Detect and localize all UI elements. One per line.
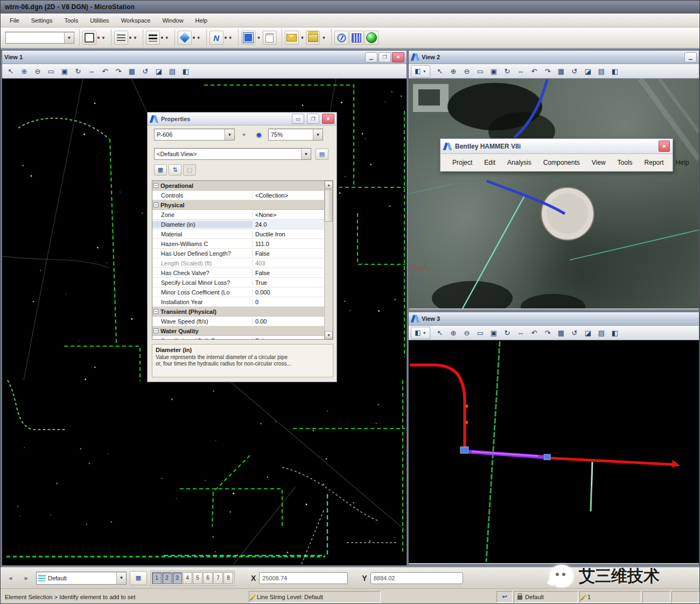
view2-canvas[interactable]: Bentley HAMMER V8i ✕ ProjectEditAnalysis… — [409, 79, 699, 308]
property-value[interactable]: 111.0 — [253, 241, 325, 247]
level-lock-segment[interactable]: Default — [514, 591, 578, 603]
property-value[interactable]: <None> — [253, 212, 325, 218]
property-value[interactable]: 0.00 — [253, 318, 325, 325]
property-row[interactable]: Installation Year0 — [152, 297, 325, 307]
hammer-menu-project[interactable]: Project — [447, 157, 478, 168]
update-view-icon[interactable]: ↺ — [568, 65, 581, 78]
element-id-combo[interactable]: P-606 ▼ — [154, 129, 235, 141]
property-section[interactable]: −Water Quality — [152, 326, 325, 336]
x-coordinate-field[interactable]: 25008.74 — [259, 572, 348, 584]
data-browser-button[interactable] — [349, 31, 363, 45]
window-area-icon[interactable]: ▭ — [474, 65, 487, 78]
view-toggle-5[interactable]: 5 — [193, 572, 202, 584]
property-row[interactable]: Wave Speed (ft/s)0.00 — [152, 317, 325, 326]
view-toggle-1[interactable]: 1 — [152, 572, 162, 584]
chevron-down-icon[interactable]: ▼ — [313, 129, 323, 140]
manage-view-groups-button[interactable]: ▦ — [130, 571, 147, 585]
property-value[interactable]: Ductile Iron — [253, 231, 325, 237]
view-attributes-icon[interactable]: ▤ — [595, 65, 608, 78]
property-value[interactable]: 0.000 — [253, 289, 325, 296]
close-icon[interactable]: ✕ — [659, 141, 670, 152]
edit-form-icon[interactable]: ▤ — [316, 149, 328, 160]
print-button[interactable] — [263, 31, 277, 45]
chevron-down-icon[interactable]: ▼ — [256, 36, 262, 40]
property-value[interactable]: True — [253, 279, 325, 286]
zoom-out-icon[interactable]: ⊖ — [31, 65, 44, 78]
view-toggle-2[interactable]: 2 — [162, 572, 172, 584]
menu-settings[interactable]: Settings — [25, 15, 59, 26]
property-value[interactable]: 0 — [253, 299, 325, 305]
restore-button[interactable]: ❐ — [379, 52, 391, 62]
scroll-down-icon[interactable]: ▼ — [325, 331, 333, 339]
chevron-down-icon[interactable]: ▼ — [116, 572, 126, 584]
hammer-dialog[interactable]: Bentley HAMMER V8i ✕ ProjectEditAnalysis… — [440, 138, 673, 172]
property-row[interactable]: Diameter (in)24.0 — [152, 220, 325, 229]
property-row[interactable]: Minor Loss Coefficient (Lo0.000 — [152, 287, 325, 297]
property-section[interactable]: −Transient (Physical) — [152, 307, 325, 317]
view-toggle-6[interactable]: 6 — [203, 572, 213, 584]
render-mode-icon[interactable]: ◧ — [608, 65, 621, 78]
select-icon[interactable]: ↖ — [433, 327, 446, 339]
app-titlebar[interactable]: wtrn-06.dgn (2D - V8 DGN) - MicroStation — [1, 1, 700, 13]
view3-canvas[interactable] — [409, 340, 699, 563]
history-forward-icon[interactable]: ▸ — [20, 572, 33, 584]
dock-button[interactable]: ❐ — [307, 114, 319, 124]
hammer-menu-edit[interactable]: Edit — [479, 157, 501, 168]
aerial-overlay-canvas[interactable] — [409, 79, 699, 308]
property-row[interactable]: MaterialDuctile Iron — [152, 229, 325, 239]
rotate-view-icon[interactable]: ↻ — [501, 65, 514, 78]
menu-help[interactable]: Help — [190, 15, 214, 26]
property-value[interactable]: <Collection> — [253, 192, 325, 199]
window-area-icon[interactable]: ▭ — [474, 327, 487, 339]
view-previous-icon[interactable]: ↶ — [528, 65, 541, 78]
models-button[interactable] — [178, 31, 192, 45]
rotate-view-icon[interactable]: ↻ — [501, 327, 514, 339]
collapse-icon[interactable]: − — [153, 202, 158, 207]
snap-segment[interactable]: ↩ — [496, 591, 513, 603]
property-value[interactable]: 403 — [253, 260, 325, 266]
view-toggle-7[interactable]: 7 — [213, 572, 223, 584]
chevron-down-icon[interactable]: ▼ — [101, 36, 106, 40]
view-toggle-4[interactable]: 4 — [183, 572, 192, 584]
view-next-icon[interactable]: ↷ — [541, 327, 554, 339]
select-icon[interactable]: ↖ — [433, 65, 446, 78]
property-row[interactable]: Specify Local Minor Loss?True — [152, 278, 325, 287]
properties-dialog[interactable]: Properties ▭ ❐ ✕ P-606 ▼ ⌖ ◉ 75% ▼ — [147, 112, 337, 382]
property-value[interactable]: False — [253, 338, 325, 340]
alphabetic-sort-button[interactable]: ⇅ — [169, 164, 181, 175]
property-row[interactable]: Specify Local Bulk ReactFalse — [152, 336, 325, 340]
zoom-in-icon[interactable]: ⊕ — [447, 65, 460, 78]
property-row[interactable]: Hazen-Williams C111.0 — [152, 239, 325, 249]
minimize-button[interactable]: ▁ — [365, 52, 377, 62]
view-attributes-icon[interactable]: ▤ — [595, 327, 608, 339]
clip-volume-icon[interactable]: ◪ — [582, 65, 594, 78]
info-globe-icon[interactable]: ◉ — [253, 130, 265, 140]
chevron-down-icon[interactable]: ▼ — [132, 36, 138, 40]
render-mode-icon[interactable]: ◧ — [179, 65, 192, 78]
select-icon[interactable]: ↖ — [4, 65, 17, 78]
view-previous-icon[interactable]: ↶ — [528, 327, 541, 339]
chevron-down-icon[interactable]: ▼ — [301, 149, 311, 159]
hammer-menu-help[interactable]: Help — [670, 157, 695, 168]
chevron-down-icon[interactable]: ▼ — [321, 36, 326, 40]
view-attributes-icon[interactable]: ▤ — [166, 65, 179, 78]
property-row[interactable]: Length (Scaled) (ft)403 — [152, 258, 325, 268]
zoom-in-icon[interactable]: ⊕ — [447, 327, 460, 339]
view-filter-combo[interactable]: <Default View> ▼ — [154, 148, 311, 160]
property-value[interactable]: False — [253, 270, 325, 276]
copy-view-icon[interactable]: ▦ — [555, 65, 568, 78]
property-grid[interactable]: −OperationalControls<Collection>−Physica… — [152, 180, 333, 340]
view-toggle-8[interactable]: 8 — [223, 572, 233, 584]
zoom-in-icon[interactable]: ⊕ — [18, 65, 31, 78]
display-mode-button[interactable]: ◧ ▼ — [411, 327, 430, 339]
collapse-icon[interactable]: − — [153, 309, 158, 314]
compass-button[interactable] — [334, 31, 348, 45]
property-section[interactable]: −Physical — [152, 200, 325, 210]
selection-count-segment[interactable]: 1 — [579, 591, 641, 603]
update-view-icon[interactable]: ↺ — [139, 65, 152, 78]
zoom-out-icon[interactable]: ⊖ — [460, 327, 473, 339]
line-weight-button[interactable] — [146, 31, 160, 45]
property-row[interactable]: Has User Defined Length?False — [152, 249, 325, 258]
zoom-out-icon[interactable]: ⊖ — [460, 65, 473, 78]
place-smartline-button[interactable]: N — [209, 31, 223, 45]
